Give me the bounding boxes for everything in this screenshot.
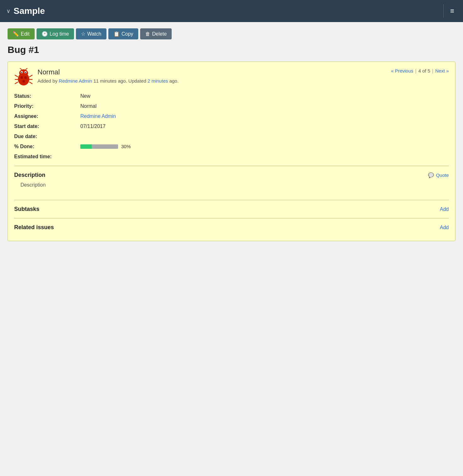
quote-link[interactable]: 💬 Quote: [428, 172, 449, 178]
clock-icon: 🕐: [42, 31, 48, 37]
star-icon: ☆: [81, 31, 85, 37]
description-section-header: Description 💬 Quote: [14, 172, 449, 178]
progress-bar-background: [80, 144, 118, 149]
issue-title-area: Normal Added by Redmine Admin 11 minutes…: [37, 68, 179, 84]
issue-meta: Added by Redmine Admin 11 minutes ago. U…: [37, 78, 179, 84]
svg-point-7: [24, 76, 27, 79]
log-time-button[interactable]: 🕐 Log time: [37, 28, 74, 39]
svg-line-11: [15, 82, 18, 84]
header-left: ∨ Sample: [6, 6, 45, 16]
progress-bar-container: 30%: [80, 144, 449, 149]
done-value: 30%: [80, 144, 449, 149]
bug-avatar-icon: [14, 68, 33, 87]
trash-icon: 🗑: [145, 31, 150, 37]
page-info: 4 of 5: [418, 68, 430, 73]
copy-icon: 📋: [113, 31, 120, 37]
progress-text: 30%: [121, 144, 131, 149]
issue-details-table: Status: New Priority: Normal Assignee: R…: [14, 93, 449, 160]
status-value: New: [80, 93, 449, 99]
issue-detail-box: Normal Added by Redmine Admin 11 minutes…: [8, 61, 455, 241]
assignee-link[interactable]: Redmine Admin: [80, 113, 116, 119]
related-issues-add-link[interactable]: Add: [440, 225, 449, 230]
watch-button[interactable]: ☆ Watch: [76, 28, 106, 39]
svg-line-9: [15, 75, 18, 77]
start-date-label: Start date:: [14, 124, 77, 129]
previous-link[interactable]: « Previous: [391, 68, 413, 73]
estimated-time-value: [80, 154, 449, 160]
updated-time-link[interactable]: 2 minutes: [147, 78, 168, 84]
priority-value: Normal: [80, 103, 449, 109]
related-issues-title: Related issues: [14, 224, 54, 231]
chevron-down-icon: ∨: [6, 8, 10, 15]
edit-button[interactable]: ✏️ Edit: [8, 28, 35, 39]
app-header: ∨ Sample ≡: [0, 0, 463, 22]
issue-header-left: Normal Added by Redmine Admin 11 minutes…: [14, 68, 179, 87]
description-title: Description: [14, 172, 45, 178]
subtasks-add-link[interactable]: Add: [440, 206, 449, 212]
copy-button[interactable]: 📋 Copy: [108, 28, 138, 39]
nav-separator-1: |: [415, 68, 416, 73]
author-link[interactable]: Redmine Admin: [59, 78, 92, 84]
ago1: ago.: [118, 78, 127, 84]
delete-button[interactable]: 🗑 Delete: [140, 28, 172, 39]
edit-icon: ✏️: [13, 31, 19, 37]
start-date-value: 07/11/2017: [80, 124, 449, 129]
action-toolbar: ✏️ Edit 🕐 Log time ☆ Watch 📋 Copy 🗑 Dele…: [8, 28, 455, 39]
svg-point-4: [21, 72, 22, 73]
svg-point-5: [25, 72, 26, 73]
progress-bar-fill: [80, 144, 92, 149]
svg-line-12: [29, 75, 32, 77]
issue-header: Normal Added by Redmine Admin 11 minutes…: [14, 68, 449, 87]
next-link[interactable]: Next »: [435, 68, 449, 73]
done-label: % Done:: [14, 144, 77, 149]
ago2: ago.: [169, 78, 179, 84]
assignee-value: Redmine Admin: [80, 113, 449, 119]
estimated-time-label: Estimated time:: [14, 154, 77, 160]
updated-prefix: Updated: [129, 78, 146, 84]
divider-3: [14, 218, 449, 218]
subtasks-title: Subtasks: [14, 206, 39, 212]
hamburger-menu-button[interactable]: ≡: [443, 4, 457, 18]
status-label: Status:: [14, 93, 77, 99]
svg-point-1: [19, 69, 28, 77]
nav-separator-2: |: [432, 68, 433, 73]
subtasks-section-header: Subtasks Add: [14, 206, 449, 212]
svg-line-15: [20, 68, 22, 70]
assignee-label: Assignee:: [14, 113, 77, 119]
quote-icon: 💬: [428, 172, 434, 178]
added-by-prefix: Added by: [37, 78, 57, 84]
due-date-label: Due date:: [14, 134, 77, 139]
time-added: 11 minutes: [94, 78, 117, 84]
svg-point-8: [22, 80, 25, 83]
due-date-value: [80, 134, 449, 139]
issue-navigation: « Previous | 4 of 5 | Next »: [391, 68, 449, 73]
svg-line-16: [26, 68, 27, 70]
divider-2: [14, 200, 449, 200]
priority-label: Priority:: [14, 103, 77, 109]
subtasks-add-action: Add: [440, 206, 449, 212]
description-content: Description: [14, 182, 449, 194]
related-issues-add-action: Add: [440, 225, 449, 230]
main-content: ✏️ Edit 🕐 Log time ☆ Watch 📋 Copy 🗑 Dele…: [0, 22, 463, 476]
svg-line-14: [29, 82, 32, 84]
page-title: Bug #1: [8, 44, 455, 55]
related-issues-section-header: Related issues Add: [14, 224, 449, 231]
svg-point-6: [20, 76, 23, 79]
issue-priority-title: Normal: [37, 68, 179, 76]
divider-1: [14, 166, 449, 166]
app-title: Sample: [14, 6, 45, 16]
